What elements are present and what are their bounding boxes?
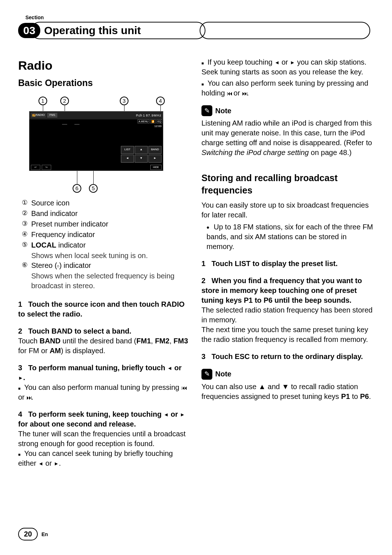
- note-2-body: You can also use ▲ and ▼ to recall radio…: [201, 382, 374, 401]
- subtitle-storing: Storing and recalling broadcast frequenc…: [201, 172, 374, 197]
- right-button: ►: [148, 155, 162, 163]
- frequency-indicator: 87.9MHz: [146, 113, 162, 118]
- list-button: LIST: [121, 146, 134, 154]
- legend-num-4: ④: [22, 230, 31, 240]
- chapter-title: Operating this unit: [31, 22, 205, 39]
- header-spacer-oval: [200, 22, 370, 39]
- band-button: BAND: [148, 146, 162, 154]
- legend-text-3: Preset number indicator: [31, 219, 108, 229]
- signal-icon: 📶: [150, 119, 156, 123]
- hide-button: HIDE: [150, 165, 162, 170]
- note-1-label: Note: [215, 106, 231, 116]
- legend-text-5: indicator: [56, 241, 86, 249]
- band-indicator: FM1: [47, 113, 57, 118]
- callout-1: 1: [38, 97, 47, 105]
- callout-4: 4: [156, 97, 165, 105]
- section-label: Section: [25, 15, 374, 20]
- up-button: ▲: [135, 146, 148, 154]
- subtitle-basic-ops: Basic Operations: [18, 77, 191, 89]
- step-2-right: 2 When you find a frequency that you wan…: [201, 276, 374, 344]
- diagram-legend: ①Source icon ②Band indicator ③Preset num…: [22, 198, 191, 291]
- language-label: En: [41, 531, 48, 537]
- storing-intro: You can easily store up to six broadcast…: [201, 200, 374, 220]
- cont-bullet-2: You can also perform seek tuning by pres…: [201, 78, 374, 98]
- note-1-header: ✎ Note: [201, 105, 374, 116]
- note-1-body: Listening AM radio while an iPod is char…: [201, 118, 374, 158]
- callout-6: 6: [73, 184, 81, 193]
- step-2-left: 2 Touch BAND to select a band. Touch BAN…: [18, 326, 191, 356]
- left-button: ◄: [121, 155, 134, 163]
- cont-bullet-1: If you keep touching ◄ or ► you can skip…: [201, 57, 374, 77]
- legend-num-5: ⑤: [22, 240, 31, 250]
- right-column: If you keep touching ◄ or ► you can skip…: [201, 57, 374, 470]
- callout-5: 5: [89, 184, 98, 193]
- note-2-label: Note: [215, 369, 231, 379]
- left-column: Radio Basic Operations 1 2 3 4 5 6 📻RADI…: [18, 57, 191, 470]
- legend-text-2: Band indicator: [31, 209, 78, 219]
- legend-text-6: Stereo (𝇈) indicator: [31, 261, 91, 270]
- chapter-header: 03 Operating this unit: [18, 22, 374, 39]
- eq-label: EQ: [156, 119, 162, 123]
- page-number: 20: [18, 528, 38, 540]
- pencil-icon: ✎: [201, 369, 212, 380]
- legend-num-1: ①: [22, 198, 31, 208]
- storing-bullet: Up to 18 FM stations, six for each of th…: [207, 222, 374, 252]
- page-footer: 20 En: [18, 528, 48, 540]
- legend-text-4: Frequency indicator: [31, 230, 95, 240]
- callout-3: 3: [120, 97, 128, 105]
- legend-text-1: Source icon: [31, 198, 70, 208]
- step-3-left: 3 To perform manual tuning, briefly touc…: [18, 363, 191, 402]
- callout-2: 2: [60, 97, 69, 105]
- legend-num-2: ②: [22, 209, 31, 219]
- step-3-right: 3 Touch ESC to return to the ordinary di…: [201, 352, 374, 362]
- step-1-left: 1 Touch the source icon and then touch R…: [18, 299, 191, 319]
- clock: 12:00: [154, 125, 162, 128]
- source-icon: 📻RADIO: [31, 113, 46, 118]
- note-2-header: ✎ Note: [201, 369, 374, 380]
- radio-screen-diagram: 1 2 3 4 5 6 📻RADIO FM1 P.ch 1 87.9MHz A.…: [18, 93, 163, 195]
- legend-sub-6: Shows when the selected frequency is bei…: [31, 271, 191, 291]
- legend-bold-5: LOCAL: [31, 241, 56, 249]
- step-4-left: 4 To perform seek tuning, keep touching …: [18, 409, 191, 468]
- radio-screen: 📻RADIO FM1 P.ch 1 87.9MHz A.MENU 📶 EQ 12…: [29, 111, 163, 171]
- down-button: ▼: [135, 155, 148, 163]
- legend-num-3: ③: [22, 219, 31, 229]
- section-title-radio: Radio: [18, 57, 191, 74]
- amenu-label: A.MENU: [138, 119, 150, 123]
- chapter-number: 03: [18, 23, 40, 38]
- preset-indicator: P.ch 1: [136, 113, 145, 118]
- legend-sub-5: Shows when local seek tuning is on.: [31, 251, 191, 261]
- pencil-icon: ✎: [201, 105, 212, 116]
- legend-num-6: ⑥: [22, 261, 31, 270]
- step-1-right: 1 Touch LIST to display the preset list.: [201, 259, 374, 269]
